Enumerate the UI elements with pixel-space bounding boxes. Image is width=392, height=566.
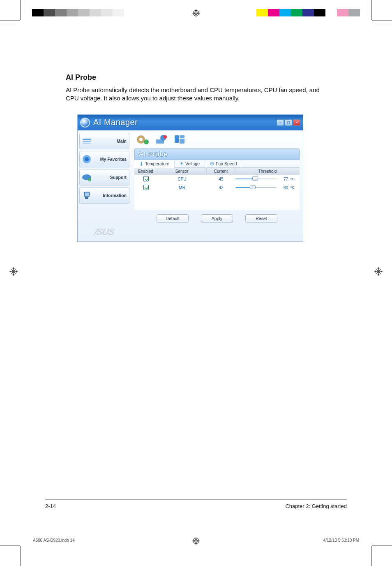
default-button[interactable]: Default (157, 214, 189, 223)
information-icon (81, 190, 92, 201)
svg-rect-35 (180, 135, 184, 138)
color-swatch (101, 9, 113, 16)
color-swatch (124, 9, 136, 16)
indb-file: A500 AS-D920.indb 14 (33, 538, 75, 543)
color-swatch (32, 9, 44, 16)
crop-mark (0, 24, 16, 24)
color-swatch (113, 9, 124, 16)
main-icon (81, 136, 92, 146)
color-swatch (55, 9, 67, 16)
crop-mark (0, 21, 20, 21)
button-row: Default Apply Reset (134, 210, 300, 224)
page-number: 2-14 (45, 503, 56, 509)
ai-booting-icon[interactable] (172, 134, 186, 145)
toolbar (134, 133, 300, 148)
crop-mark (0, 545, 20, 545)
threshold-slider[interactable] (235, 178, 277, 180)
svg-rect-36 (141, 162, 142, 165)
table-body: CPU4577ºCMB4360ºC (134, 175, 300, 210)
sensor-cell: CPU (157, 177, 207, 181)
tabs: Temperature Voltage Fan Speed (134, 160, 300, 168)
color-swatch (78, 9, 90, 16)
crop-mark (376, 24, 392, 24)
tab-voltage[interactable]: Voltage (175, 160, 205, 167)
svg-rect-33 (175, 135, 179, 143)
sidebar-item-support[interactable]: + Support (79, 169, 129, 186)
svg-point-28 (139, 138, 143, 141)
reset-button[interactable]: Reset (245, 214, 277, 223)
sidebar: Main My Favorites + Support (78, 130, 131, 241)
page-content: AI Probe AI Probe automatically detects … (66, 73, 329, 242)
sidebar-item-main[interactable]: Main (79, 133, 129, 149)
minimize-button[interactable]: – (277, 119, 284, 126)
color-swatch (291, 9, 302, 16)
support-icon: + (81, 172, 92, 183)
sidebar-item-favorites[interactable]: My Favorites (79, 151, 129, 167)
ai-disk-icon[interactable] (136, 134, 150, 145)
table-row: CPU4577ºC (134, 175, 300, 183)
app-logo-icon (80, 118, 90, 128)
sidebar-label: Main (94, 139, 127, 144)
table-row: MB4360ºC (134, 183, 300, 192)
crop-mark (372, 21, 392, 21)
crop-mark (21, 546, 21, 566)
threshold-slider[interactable] (235, 186, 277, 189)
chapter-label: Chapter 2: Getting started (285, 503, 347, 509)
tab-fan-speed[interactable]: Fan Speed (205, 160, 242, 167)
maximize-button[interactable]: □ (285, 119, 292, 126)
current-cell: 45 (207, 177, 235, 181)
svg-rect-18 (83, 143, 91, 144)
thermometer-icon (139, 162, 143, 166)
col-threshold: Threshold (235, 168, 300, 175)
svg-rect-16 (83, 139, 91, 140)
svg-point-40 (212, 163, 213, 164)
main-pane: AI Probe Temperature Voltage Fan Speed (131, 130, 303, 241)
registration-mark-icon (374, 267, 383, 276)
tab-label: Voltage (185, 161, 200, 166)
svg-marker-38 (180, 162, 183, 166)
section-heading: AI Probe (66, 73, 329, 82)
tab-label: Temperature (145, 161, 169, 166)
fan-icon (210, 162, 214, 166)
sidebar-label: My Favorites (94, 157, 127, 162)
ai-gear-icon[interactable] (154, 134, 168, 145)
svg-point-29 (144, 139, 149, 144)
page-footer: 2-14 Chapter 2: Getting started (45, 499, 347, 509)
svg-rect-34 (180, 139, 184, 144)
title-bar[interactable]: AI Manager – □ × (78, 115, 303, 130)
crop-mark (372, 545, 392, 545)
apply-button[interactable]: Apply (201, 214, 233, 223)
color-swatch (325, 9, 337, 16)
col-sensor: Sensor (157, 168, 207, 175)
ai-manager-window: AI Manager – □ × Main My Fav (77, 114, 303, 242)
table-header: Enabled Sensor Current Threshold (134, 168, 300, 175)
sidebar-item-information[interactable]: Information (79, 187, 129, 204)
unit-label: ºC (291, 186, 297, 190)
app-title: AI Manager (93, 118, 138, 127)
col-current: Current (207, 168, 235, 175)
color-swatch (67, 9, 78, 16)
threshold-value: 60 (279, 186, 288, 190)
color-swatch (256, 9, 268, 16)
color-swatch (314, 9, 325, 16)
favorites-icon (81, 154, 92, 165)
color-swatch (348, 9, 360, 16)
unit-label: ºC (291, 177, 297, 181)
bolt-icon (180, 162, 184, 166)
enabled-checkbox[interactable] (143, 185, 149, 190)
pane-header: AI Probe (134, 148, 300, 160)
tab-label: Fan Speed (216, 161, 237, 166)
pane-title: AI Probe (139, 150, 168, 158)
svg-text:+: + (89, 179, 90, 181)
registration-mark-icon (9, 267, 18, 276)
svg-rect-17 (83, 141, 91, 142)
color-swatch (337, 9, 348, 16)
close-button[interactable]: × (293, 119, 300, 126)
enabled-checkbox[interactable] (143, 176, 149, 181)
sensor-cell: MB (157, 186, 207, 190)
svg-point-32 (164, 135, 167, 139)
tab-temperature[interactable]: Temperature (134, 160, 175, 168)
crop-mark (371, 546, 371, 566)
color-swatch (279, 9, 291, 16)
color-swatch (268, 9, 279, 16)
